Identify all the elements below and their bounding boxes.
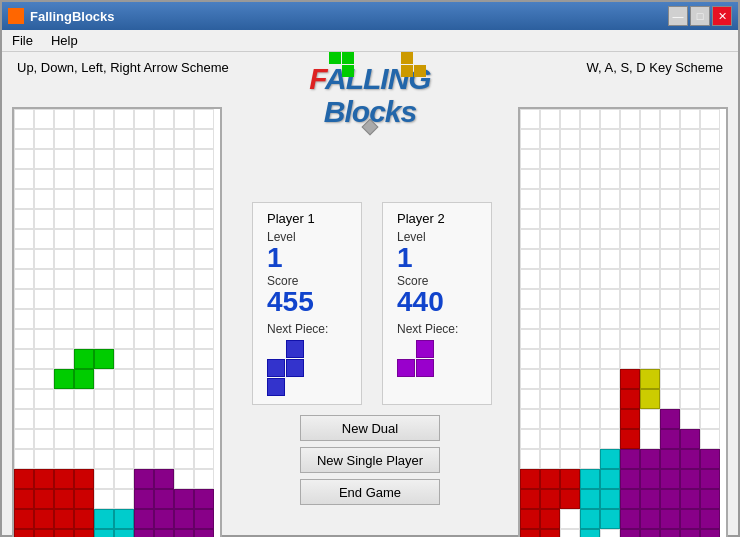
cell — [154, 509, 174, 529]
cell — [600, 209, 620, 229]
cell — [540, 469, 560, 489]
cell — [14, 409, 34, 429]
new-single-player-button[interactable]: New Single Player — [300, 447, 440, 473]
cell — [194, 469, 214, 489]
cell — [174, 249, 194, 269]
cell — [94, 369, 114, 389]
cell — [520, 469, 540, 489]
cell — [94, 109, 114, 129]
cell — [34, 369, 54, 389]
cell — [520, 529, 540, 537]
cell — [34, 489, 54, 509]
menu-help[interactable]: Help — [47, 31, 82, 50]
cell — [640, 129, 660, 149]
cell — [680, 369, 700, 389]
main-content: Up, Down, Left, Right Arrow Scheme W, A,… — [2, 52, 738, 535]
cell — [580, 329, 600, 349]
cell — [640, 389, 660, 409]
cell — [154, 389, 174, 409]
cell — [54, 289, 74, 309]
close-button[interactable]: ✕ — [712, 6, 732, 26]
cell — [114, 249, 134, 269]
cell — [154, 149, 174, 169]
players-row: Player 1 Level 1 Score 455 Next Piece: — [232, 202, 512, 405]
cell — [520, 349, 540, 369]
cell — [14, 149, 34, 169]
cell — [114, 489, 134, 509]
cell — [174, 429, 194, 449]
cell — [34, 269, 54, 289]
cell — [34, 429, 54, 449]
cell — [154, 329, 174, 349]
cell — [94, 489, 114, 509]
cell — [114, 429, 134, 449]
cell — [680, 409, 700, 429]
cell — [620, 109, 640, 129]
cell — [114, 309, 134, 329]
cell — [194, 489, 214, 509]
cell — [74, 249, 94, 269]
cell — [14, 529, 34, 537]
cell — [194, 189, 214, 209]
cell — [680, 389, 700, 409]
cell — [660, 389, 680, 409]
cell — [580, 429, 600, 449]
cell — [34, 329, 54, 349]
cell — [74, 409, 94, 429]
new-dual-button[interactable]: New Dual — [300, 415, 440, 441]
cell — [34, 309, 54, 329]
cell — [600, 449, 620, 469]
cell — [640, 209, 660, 229]
cell — [680, 209, 700, 229]
cell — [154, 289, 174, 309]
cell — [680, 249, 700, 269]
cell — [580, 369, 600, 389]
cell — [700, 309, 720, 329]
cell — [580, 229, 600, 249]
cell — [680, 189, 700, 209]
cell — [74, 109, 94, 129]
cell — [620, 369, 640, 389]
menu-file[interactable]: File — [8, 31, 37, 50]
cell — [114, 209, 134, 229]
cell — [540, 329, 560, 349]
cell — [194, 409, 214, 429]
key-scheme-left: Up, Down, Left, Right Arrow Scheme — [17, 60, 229, 75]
cell — [660, 369, 680, 389]
cell — [600, 509, 620, 529]
main-window: FallingBlocks — □ ✕ File Help Up, Down, … — [0, 0, 740, 537]
cell — [620, 269, 640, 289]
cell — [134, 369, 154, 389]
cell — [580, 389, 600, 409]
cell — [520, 129, 540, 149]
cell — [580, 309, 600, 329]
cell — [154, 429, 174, 449]
cell — [74, 169, 94, 189]
cell — [660, 169, 680, 189]
cell — [660, 329, 680, 349]
cell — [520, 429, 540, 449]
cell — [540, 489, 560, 509]
cell — [54, 389, 74, 409]
end-game-button[interactable]: End Game — [300, 479, 440, 505]
cell — [680, 269, 700, 289]
cell — [174, 529, 194, 537]
cell — [540, 289, 560, 309]
cell — [194, 229, 214, 249]
cell — [74, 209, 94, 229]
cell — [54, 129, 74, 149]
cell — [154, 169, 174, 189]
cell — [14, 129, 34, 149]
cell — [640, 269, 660, 289]
cell — [620, 389, 640, 409]
cell — [74, 449, 94, 469]
cell — [174, 449, 194, 469]
cell — [74, 229, 94, 249]
cell — [174, 269, 194, 289]
minimize-button[interactable]: — — [668, 6, 688, 26]
cell — [154, 369, 174, 389]
cell — [700, 489, 720, 509]
cell — [680, 529, 700, 537]
cell — [54, 509, 74, 529]
maximize-button[interactable]: □ — [690, 6, 710, 26]
